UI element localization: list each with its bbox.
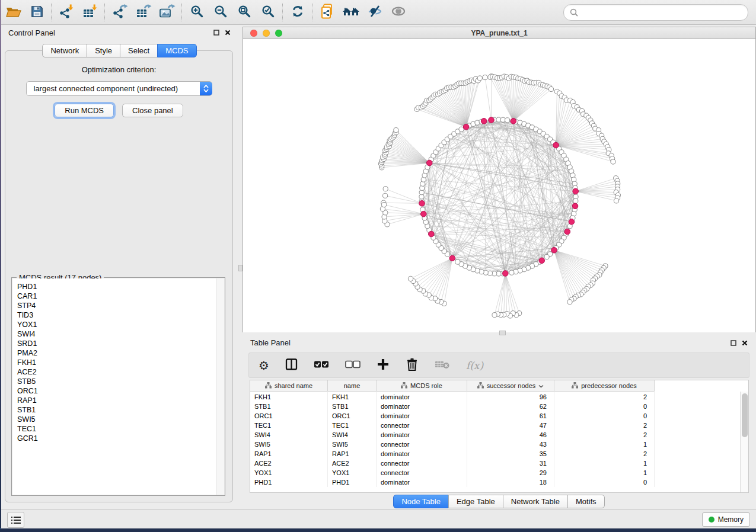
table-row[interactable]: TEC1TEC1connector472: [250, 421, 741, 430]
table-row[interactable]: ORC1ORC1dominator610: [250, 411, 741, 421]
memory-label: Memory: [718, 515, 744, 524]
table-row[interactable]: SWI4SWI4dominator462: [250, 430, 741, 440]
delete-column-button[interactable]: [406, 357, 419, 373]
result-node-item[interactable]: STB1: [17, 405, 224, 415]
zoom-in-button[interactable]: [185, 2, 209, 23]
cell-shared-name: TEC1: [250, 421, 328, 430]
export-table-button[interactable]: [132, 2, 155, 23]
result-node-item[interactable]: ORC1: [17, 386, 224, 396]
control-panel-tabs: NetworkStyleSelectMCDS: [1, 44, 238, 57]
table-settings-button[interactable]: ⚙: [259, 360, 269, 371]
import-table-button[interactable]: [78, 2, 102, 23]
table-row[interactable]: RAP1RAP1dominator352: [250, 449, 741, 459]
column-header-name[interactable]: name: [328, 380, 377, 392]
cell-successor-nodes: 43: [467, 440, 554, 449]
result-scrollbar[interactable]: [216, 278, 224, 495]
result-node-item[interactable]: RAP1: [17, 396, 224, 405]
list-icon: [11, 516, 21, 524]
tab-network[interactable]: Network: [42, 44, 87, 57]
maximize-window-icon[interactable]: [275, 30, 282, 37]
result-node-item[interactable]: SWI5: [17, 415, 224, 424]
result-node-item[interactable]: CAR1: [17, 291, 224, 301]
result-node-item[interactable]: PHD1: [17, 282, 224, 291]
hide-selected-button[interactable]: [363, 2, 387, 23]
search-input[interactable]: [582, 7, 742, 17]
result-node-item[interactable]: FKH1: [17, 358, 224, 367]
tab-select[interactable]: Select: [120, 44, 158, 57]
open-session-button[interactable]: [1, 2, 25, 23]
column-header-predecessor-nodes[interactable]: predecessor nodes: [554, 380, 655, 392]
refresh-button[interactable]: [286, 2, 310, 23]
result-node-item[interactable]: TID3: [17, 310, 224, 320]
first-neighbors-button[interactable]: [339, 2, 363, 23]
cell-predecessor-nodes: 1: [554, 459, 655, 468]
zoom-selected-button[interactable]: [256, 2, 280, 23]
column-header-shared-name[interactable]: shared name: [250, 380, 328, 392]
float-panel-icon[interactable]: [213, 30, 219, 36]
split-icon: [285, 358, 298, 373]
cell-successor-nodes: 62: [467, 402, 554, 411]
table-panel-titlebar: Table Panel: [242, 335, 756, 350]
network-canvas[interactable]: [243, 39, 755, 332]
result-node-item[interactable]: STP4: [17, 301, 224, 310]
export-network-button[interactable]: [108, 2, 132, 23]
horizontal-splitter[interactable]: [499, 331, 506, 335]
create-column-button[interactable]: [377, 358, 390, 373]
table-row[interactable]: PHD1PHD1dominator180: [250, 477, 741, 487]
cell-name: STB1: [328, 402, 377, 411]
import-network-icon: [59, 4, 74, 21]
export-image-button[interactable]: [155, 2, 179, 23]
result-node-item[interactable]: PMA2: [17, 348, 224, 358]
houses-icon: [342, 4, 360, 20]
import-table-icon: [82, 4, 98, 21]
tab-node-table[interactable]: Node Table: [393, 495, 449, 508]
column-header-successor-nodes[interactable]: successor nodes: [467, 380, 554, 392]
close-table-panel-icon[interactable]: [742, 340, 748, 346]
column-type-icon: [401, 382, 407, 390]
run-mcds-button[interactable]: Run MCDS: [55, 104, 114, 117]
result-node-item[interactable]: STB5: [17, 377, 224, 386]
toolbar-separator: [181, 4, 183, 21]
tab-motifs[interactable]: Motifs: [567, 495, 605, 508]
new-network-from-selection-button[interactable]: [315, 2, 339, 23]
dropdown-stepper-icon: [200, 82, 212, 95]
table-scrollbar[interactable]: [740, 392, 748, 492]
task-history-button[interactable]: [7, 512, 24, 528]
memory-status-icon: [709, 517, 714, 523]
save-session-button[interactable]: [25, 2, 49, 23]
minimize-window-icon[interactable]: [263, 30, 270, 37]
deselect-all-button[interactable]: [345, 360, 361, 370]
table-row[interactable]: STB1STB1dominator620: [250, 402, 741, 411]
criterion-dropdown[interactable]: largest connected component (undirected): [26, 81, 212, 96]
table-row[interactable]: FKH1FKH1dominator962: [250, 392, 741, 402]
close-panel-button[interactable]: Close panel: [122, 104, 183, 117]
result-node-item[interactable]: SWI4: [17, 329, 224, 339]
result-node-item[interactable]: ACE2: [17, 367, 224, 377]
toggle-panel-button[interactable]: [285, 358, 298, 373]
memory-button[interactable]: Memory: [702, 512, 750, 527]
select-all-button[interactable]: [314, 360, 329, 370]
tab-edge-table[interactable]: Edge Table: [448, 495, 503, 508]
zoom-fit-button[interactable]: [232, 2, 256, 23]
result-node-item[interactable]: YOX1: [17, 320, 224, 329]
tab-network-table[interactable]: Network Table: [503, 495, 568, 508]
mcds-result-list[interactable]: PHD1CAR1STP4TID3YOX1SWI4SRD1PMA2FKH1ACE2…: [12, 278, 224, 495]
network-graph[interactable]: [243, 39, 755, 332]
float-table-panel-icon[interactable]: [731, 340, 736, 346]
cell-predecessor-nodes: 2: [554, 430, 655, 440]
table-row[interactable]: SWI5SWI5connector431: [250, 440, 741, 449]
result-node-item[interactable]: GCR1: [17, 434, 224, 443]
result-node-item[interactable]: TEC1: [17, 424, 224, 434]
table-row[interactable]: YOX1YOX1connector291: [250, 468, 741, 477]
table-row[interactable]: ACE2ACE2connector311: [250, 459, 741, 468]
import-network-button[interactable]: [55, 2, 78, 23]
tab-style[interactable]: Style: [87, 44, 120, 57]
result-node-item[interactable]: SRD1: [17, 339, 224, 348]
show-all-button[interactable]: [387, 2, 410, 23]
column-header-MCDS-role[interactable]: MCDS role: [377, 380, 467, 392]
zoom-out-button[interactable]: [209, 2, 232, 23]
close-window-icon[interactable]: [250, 30, 257, 37]
tab-mcds[interactable]: MCDS: [157, 44, 196, 57]
close-panel-icon[interactable]: [225, 30, 231, 36]
vertical-splitter[interactable]: [238, 25, 242, 510]
